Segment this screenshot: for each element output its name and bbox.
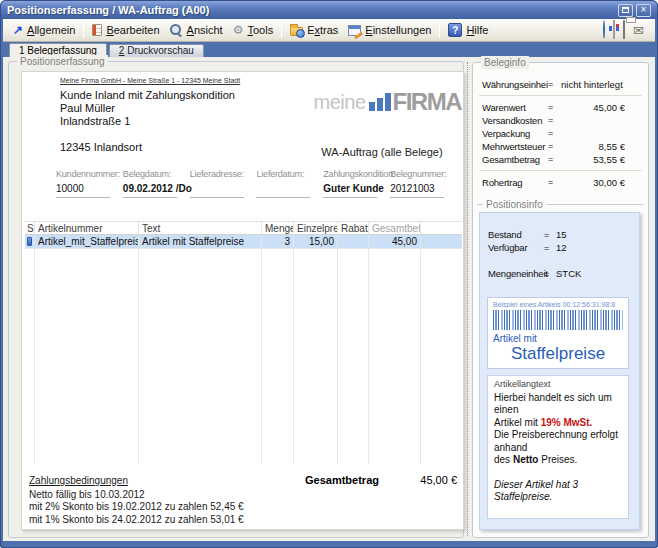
menu-item-allgemein[interactable]: ↗ Allgemein — [8, 22, 80, 38]
artikellangtext-box: Artikellangtext Hierbei handelt es sich … — [487, 375, 629, 519]
positions-table: S Artikelnummer Text Menge Einzelpreis R… — [25, 221, 462, 464]
positionsinfo-panel: Bestand=15 Verfügbar=12 Mengeneinheit=ST… — [479, 212, 640, 530]
address-line: Paul Müller — [60, 102, 235, 115]
info-row-verpackung: Verpackung= — [473, 127, 648, 139]
cell-filler — [421, 235, 462, 248]
col-header-s[interactable]: S — [25, 222, 35, 234]
cell-artikelnummer: Artikel_mit_Staffelpreise — [35, 235, 139, 248]
article-image-line1: Artikel mit — [493, 333, 623, 344]
document-total: Gesamtbetrag 45,00 € — [305, 474, 457, 486]
payment-terms-line: mit 1% Skonto bis 24.02.2012 zu zahlen 5… — [29, 514, 244, 527]
equals-sign: = — [548, 79, 561, 89]
positionsinfo-group: Positionsinfo Bestand=15 Verfügbar=12 Me… — [477, 199, 644, 530]
sender-line: Meine Firma GmbH - Meine Straße 1 - 1234… — [60, 77, 240, 84]
window-controls: × — [618, 4, 651, 17]
field-underline — [190, 197, 244, 198]
barcode-caption: Beispiel eines Artikels 00:12:56:31:98:8 — [493, 301, 623, 308]
payment-terms-line: Netto fällig bis 10.03.2012 — [29, 489, 244, 502]
field-underline — [323, 197, 377, 198]
menu-item-bearbeiten[interactable]: Bearbeiten — [87, 22, 164, 38]
field-underline — [390, 197, 444, 198]
window-titlebar[interactable]: Positionserfassung / WA-Auftrag (A00) × — [1, 1, 657, 19]
report-button[interactable] — [613, 21, 615, 39]
address-city: 12345 Inlandsort — [60, 141, 235, 154]
tab-druckvorschau[interactable]: 2 Druckvorschau — [109, 44, 204, 57]
equals-sign: = — [548, 177, 561, 187]
field-lieferadresse[interactable]: Lieferadresse: — [190, 169, 257, 198]
cell-gesamtbetrag: 45,00 — [369, 235, 421, 248]
address-block: Kunde Inland mit Zahlungskondition Paul … — [60, 89, 235, 154]
info-row-verfuegbar: Verfügbar=12 — [480, 241, 639, 254]
total-value: 45,00 € — [420, 474, 457, 486]
field-underline — [123, 197, 177, 198]
info-row-versandkosten: Versandkosten= — [473, 114, 648, 126]
toolbar-separator — [281, 22, 282, 38]
langtext-line: Artikel mit 19% MwSt. — [494, 417, 622, 430]
equals-sign: = — [548, 128, 561, 138]
menu-item-ansicht[interactable]: Ansicht — [165, 22, 228, 39]
cell-menge: 3 — [262, 235, 294, 248]
langtext-line: Dieser Artikel hat 3 Staffelpreise. — [494, 479, 622, 504]
group-label: Positionsinfo — [477, 199, 644, 210]
external-arrow-icon: ↗ — [13, 25, 23, 36]
payment-terms: Zahlungsbedingungen Netto fällig bis 10.… — [29, 475, 244, 526]
position-status-icon — [27, 237, 32, 246]
equals-sign: = — [548, 141, 561, 151]
col-header-text[interactable]: Text — [139, 222, 262, 234]
field-lieferdatum[interactable]: Lieferdatum: — [256, 169, 323, 198]
app-window: Positionserfassung / WA-Auftrag (A00) × … — [0, 0, 658, 548]
main-toolbar: ↗ Allgemein Bearbeiten Ansicht ⚙ Tools E… — [3, 19, 655, 42]
restore-icon — [622, 7, 629, 13]
menu-item-label: Hilfe — [466, 24, 488, 36]
restore-window-button[interactable] — [618, 4, 633, 17]
field-kundennummer[interactable]: Kundennummer: 10000 — [56, 169, 123, 198]
field-zahlungskondition[interactable]: Zahlungskondition: Guter Kunde — [323, 169, 390, 198]
info-row-gesamtbetrag: Gesamtbetrag=53,55 € — [473, 153, 648, 165]
col-header-filler — [421, 222, 462, 234]
equals-sign: = — [548, 115, 561, 125]
positionserfassung-group: Positionserfassung Meine Firma GmbH - Me… — [8, 61, 464, 538]
menu-item-hilfe[interactable]: ? Hilfe — [443, 21, 493, 39]
menu-item-label: Allgemein — [27, 24, 75, 36]
help-icon: ? — [448, 23, 462, 37]
menu-item-einstellungen[interactable]: Einstellungen — [343, 22, 436, 38]
close-window-button[interactable]: × — [636, 4, 651, 17]
print-button[interactable] — [623, 21, 625, 39]
col-header-gesamtbetrag[interactable]: Gesamtbetrag — [369, 222, 421, 234]
divider — [479, 170, 642, 171]
field-underline — [56, 197, 110, 198]
globe-icon — [603, 20, 605, 39]
cell-rabatt — [338, 235, 369, 248]
info-row-mehrwertsteuer: Mehrwertsteuer=8,55 € — [473, 140, 648, 152]
col-header-artikelnummer[interactable]: Artikelnummer — [35, 222, 139, 234]
menu-item-label: Extras — [307, 24, 338, 36]
col-header-menge[interactable]: Menge — [262, 222, 294, 234]
artikellangtext-label: Artikellangtext — [494, 378, 622, 391]
mail-button[interactable]: ✉ — [633, 21, 644, 39]
equals-sign: = — [544, 230, 556, 240]
beleginfo-group: Beleginfo Währungseinheit=nicht hinterle… — [472, 62, 649, 538]
printer-icon — [623, 20, 625, 39]
window-title: Positionserfassung / WA-Auftrag (A00) — [7, 4, 618, 16]
menu-item-tools[interactable]: ⚙ Tools — [228, 22, 278, 38]
col-header-rabatt[interactable]: Rabatt. — [338, 222, 369, 234]
positionsinfo-rows: Bestand=15 Verfügbar=12 Mengeneinheit=ST… — [480, 213, 639, 280]
web-button[interactable] — [603, 21, 605, 39]
equals-sign: = — [548, 102, 561, 112]
panel-divider — [467, 62, 468, 536]
field-belegdatum[interactable]: Belegdatum: 09.02.2012 /Do — [123, 169, 190, 198]
table-empty-grid[interactable] — [25, 249, 462, 464]
info-row-rohertrag: Rohertrag=30,00 € — [473, 176, 648, 188]
gear-icon: ⚙ — [233, 24, 244, 36]
menu-item-extras[interactable]: Extras — [285, 22, 343, 38]
field-belegnummer[interactable]: Belegnummer: 20121003 — [390, 169, 457, 198]
magnifier-icon — [170, 24, 183, 37]
col-header-einzelpreis[interactable]: Einzelpreis — [294, 222, 338, 234]
table-header-row: S Artikelnummer Text Menge Einzelpreis R… — [25, 221, 462, 235]
article-image-line2: Staffelpreise — [493, 344, 623, 364]
beleginfo-rows: Währungseinheit=nicht hinterlegt Warenwe… — [473, 63, 648, 188]
table-row-selected[interactable]: Artikel_mit_Staffelpreise Artikel mit St… — [25, 235, 462, 249]
address-line: Inlandstraße 1 — [60, 115, 235, 128]
info-row-bestand: Bestand=15 — [480, 228, 639, 241]
langtext-line: Die Preisberechnung erfolgt anhand — [494, 429, 622, 454]
